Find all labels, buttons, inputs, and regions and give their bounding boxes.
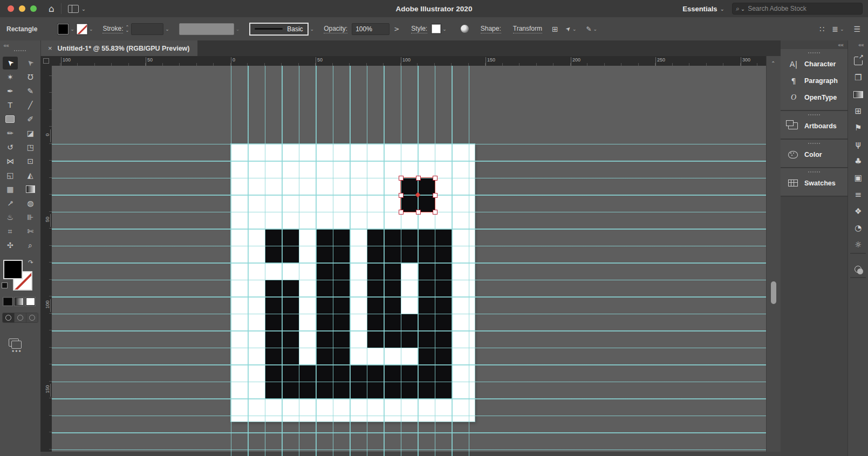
toolbar-drag-handle[interactable]	[14, 50, 26, 51]
panel-color[interactable]: Color	[781, 146, 848, 163]
pixel-cell[interactable]	[367, 365, 384, 382]
symbols-panel-icon[interactable]: ♣	[848, 155, 868, 168]
align-to-pixel-grid-icon[interactable]: ⊞	[552, 25, 558, 33]
curvature-tool[interactable]: ✎	[23, 85, 38, 98]
workspace-switcher[interactable]: Essentials	[682, 5, 717, 13]
selection-handle[interactable]	[399, 193, 404, 198]
close-window-button[interactable]	[8, 5, 14, 12]
stock-search[interactable]: ⌕ ⌄	[732, 3, 863, 15]
canvas[interactable]	[52, 66, 766, 456]
pixel-cell[interactable]	[418, 229, 435, 246]
pixel-cell[interactable]	[265, 297, 282, 314]
collapse-toolbar-icon[interactable]: ««	[3, 43, 9, 49]
pixel-cell[interactable]	[435, 348, 452, 365]
direct-selection-tool[interactable]: ➤	[23, 57, 38, 70]
shape-link[interactable]: Shape:	[481, 25, 501, 33]
pixel-cell[interactable]	[282, 246, 299, 263]
free-transform-tool[interactable]: ⊡	[23, 155, 38, 168]
change-screen-mode-button[interactable]	[9, 338, 19, 347]
stroke-weight-link[interactable]: Stroke:	[102, 25, 123, 33]
pixel-cell[interactable]	[401, 314, 418, 331]
left-ruler[interactable]: 050100150	[40, 66, 52, 456]
zoom-window-button[interactable]	[30, 5, 37, 12]
chevron-down-icon[interactable]: ⌄	[572, 26, 577, 32]
align-panel-icon[interactable]: ⚑	[848, 121, 868, 134]
pixel-cell[interactable]	[418, 297, 435, 314]
paintbrush-tool[interactable]: ✐	[23, 113, 38, 126]
pixel-cell[interactable]	[418, 314, 435, 331]
selection-handle[interactable]	[433, 210, 438, 215]
hand-tool[interactable]: ✣	[3, 239, 18, 252]
pixel-cell[interactable]	[418, 331, 435, 348]
gradient-tool[interactable]	[23, 183, 38, 196]
pixel-cell[interactable]	[282, 229, 299, 246]
more-options-arrow-icon[interactable]: >	[389, 25, 404, 33]
selection-handle[interactable]	[433, 176, 438, 181]
stroke-color-swatch[interactable]	[77, 24, 87, 34]
pixel-cell[interactable]	[265, 382, 282, 399]
pixel-cell[interactable]	[401, 229, 418, 246]
pixel-cell[interactable]	[418, 263, 435, 280]
pixel-cell[interactable]	[316, 331, 333, 348]
swap-fill-stroke-icon[interactable]: ↷	[28, 259, 33, 266]
pixel-cell[interactable]	[265, 331, 282, 348]
line-segment-tool[interactable]: ╱	[23, 99, 38, 112]
eyedropper-tool[interactable]: ⊸	[3, 197, 18, 210]
pixel-cell[interactable]	[384, 382, 401, 399]
pixel-cell[interactable]	[316, 263, 333, 280]
panel-opentype[interactable]: OOpenType	[781, 89, 848, 106]
pixel-cell[interactable]	[435, 263, 452, 280]
chevron-down-icon[interactable]: ⌄	[310, 26, 315, 32]
pixel-cell[interactable]	[418, 365, 435, 382]
selection-handle[interactable]	[416, 176, 421, 181]
selection-handle[interactable]	[399, 176, 404, 181]
lasso-tool[interactable]: Ω	[23, 71, 38, 84]
export-panel-icon[interactable]	[848, 54, 868, 67]
pixel-cell[interactable]	[418, 280, 435, 297]
type-tool[interactable]: T	[3, 99, 18, 112]
pixel-cell[interactable]	[435, 365, 452, 382]
gradient-panel-icon[interactable]	[848, 88, 868, 101]
pixel-cell[interactable]	[367, 314, 384, 331]
pixel-cell[interactable]	[333, 348, 350, 365]
chevron-down-icon[interactable]: ⌄	[593, 26, 598, 32]
color-chip[interactable]	[3, 298, 12, 306]
pixel-cell[interactable]	[367, 382, 384, 399]
pixel-cell[interactable]	[384, 229, 401, 246]
home-icon[interactable]: ⌂	[49, 4, 54, 13]
pixel-cell[interactable]	[282, 365, 299, 382]
pixel-cell[interactable]	[316, 246, 333, 263]
transform-link[interactable]: Transform	[513, 25, 542, 33]
workspace-grid-icon[interactable]: ∷	[819, 25, 824, 33]
artboard-tool[interactable]: ⌗	[3, 225, 18, 238]
pixel-cell[interactable]	[384, 280, 401, 297]
chevron-down-icon[interactable]: ⌄	[442, 26, 447, 32]
pixel-cell[interactable]	[384, 331, 401, 348]
selection-tool[interactable]: ➤	[3, 57, 18, 70]
panel-paragraph[interactable]: ¶Paragraph	[781, 72, 848, 89]
document-tab[interactable]: × Untitled-1* @ 55.83% (RGB/GPU Preview)	[40, 40, 197, 56]
panel-swatches[interactable]: Swatches	[781, 175, 848, 191]
width-tool[interactable]: ⋈	[3, 155, 18, 168]
pixel-cell[interactable]	[384, 246, 401, 263]
pixel-cell[interactable]	[316, 314, 333, 331]
eraser-tool[interactable]: ◪	[23, 127, 38, 140]
selection-handle[interactable]	[399, 210, 404, 215]
pixel-cell[interactable]	[316, 280, 333, 297]
pixel-cell[interactable]	[299, 365, 316, 382]
scale-tool[interactable]: ◳	[23, 141, 38, 154]
top-ruler[interactable]: 10050050100150200250300	[52, 56, 766, 66]
zoom-tool[interactable]: ⌕	[23, 239, 38, 252]
pixel-cell[interactable]	[384, 314, 401, 331]
ruler-origin-corner[interactable]	[40, 56, 52, 66]
stroke-weight-field[interactable]	[131, 23, 163, 35]
pixel-cell[interactable]	[282, 331, 299, 348]
column-graph-tool[interactable]: ⊪	[23, 211, 38, 224]
pixel-cell[interactable]	[384, 365, 401, 382]
pixel-cell[interactable]	[418, 246, 435, 263]
blend-tool[interactable]: ◍	[23, 197, 38, 210]
panel-character[interactable]: A|Character	[781, 56, 848, 72]
collapse-dock-icon[interactable]: ««	[838, 42, 843, 48]
pixel-cell[interactable]	[401, 365, 418, 382]
draw-inside-button[interactable]	[26, 313, 38, 322]
